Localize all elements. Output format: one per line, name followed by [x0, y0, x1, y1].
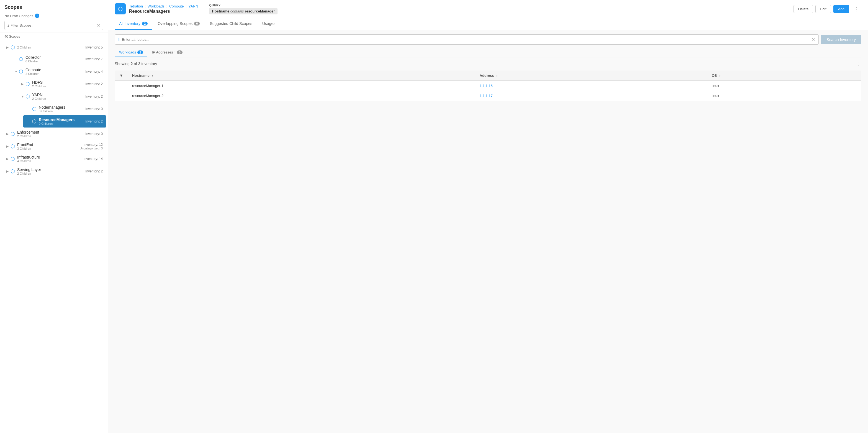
scope-item-enforcement[interactable]: ▶ ⬡ Enforcement 2 Children Inventory: 0	[2, 128, 106, 140]
chevron-right-icon[interactable]: ▶	[6, 169, 10, 173]
scope-children: 2 Children	[26, 72, 83, 76]
chevron-right-icon[interactable]: ▶	[6, 46, 10, 49]
header-left: ⬡ Tetration : Workloads : Compute : YARN…	[115, 3, 278, 15]
search-clear-button[interactable]: ✕	[811, 37, 815, 42]
scope-inventory: Inventory: 12 Uncategorized: 3	[80, 143, 103, 150]
header-actions: Delete Edit Add ⋮	[794, 4, 861, 13]
scope-children: 2 Children	[32, 85, 83, 88]
scope-children: 0 Children	[39, 122, 83, 125]
row2-address[interactable]: 1.1.1.17	[475, 91, 707, 101]
chevron-right-icon[interactable]: ▶	[21, 82, 26, 86]
scope-cube-icon: ⬡	[26, 81, 30, 87]
breadcrumb-tetration[interactable]: Tetration	[129, 4, 143, 8]
row1-os: linux	[707, 81, 861, 91]
search-inventory-button[interactable]: Search Inventory	[821, 35, 861, 45]
scope-cube-icon: ⬡	[10, 131, 15, 137]
add-button[interactable]: Add	[833, 5, 849, 13]
row1-address[interactable]: 1.1.1.16	[475, 81, 707, 91]
scope-children: 4 Children	[17, 160, 82, 163]
scope-cube-icon: ⬡	[19, 68, 23, 75]
query-value: resourceManager	[245, 9, 275, 13]
query-label: Query	[209, 4, 220, 7]
sub-tab-ip-addresses[interactable]: IP Addresses ℹ 0	[147, 48, 187, 57]
scope-title-section: Tetration : Workloads : Compute : YARN R…	[129, 4, 198, 14]
scope-children: 2 Children	[17, 172, 83, 175]
scope-item-yarn[interactable]: ▼ ⬡ YARN 2 Children Inventory: 2	[17, 90, 106, 103]
chevron-right-icon[interactable]: ▶	[6, 132, 10, 136]
table-row: resourceManager-2 1.1.1.17 linux	[115, 91, 861, 101]
hostname-label: Hostname	[132, 74, 150, 78]
row2-filter-cell	[115, 91, 128, 101]
scope-item-compute[interactable]: ▼ ⬡ Compute 2 Children Inventory: 4	[10, 65, 106, 78]
breadcrumb-yarn[interactable]: YARN	[188, 4, 198, 8]
chevron-down-icon[interactable]: ▼	[14, 69, 19, 74]
edit-button[interactable]: Edit	[815, 5, 831, 13]
search-input-wrap: ℹ ✕	[115, 34, 819, 45]
scope-cube-icon: ⬡	[19, 56, 23, 62]
scope-children: 0 Children	[39, 110, 83, 113]
scope-count: 40 Scopes	[0, 32, 108, 41]
scope-name: Compute	[26, 68, 83, 72]
hostname-column-header[interactable]: Hostname ↑	[128, 70, 475, 81]
sub-tab-workloads[interactable]: Workloads 2	[115, 48, 147, 57]
tab-all-inventory-badge: 2	[142, 22, 148, 26]
tab-all-inventory[interactable]: All Inventory 2	[115, 18, 152, 30]
scope-inventory: Inventory: 2	[85, 82, 103, 86]
row1-filter-cell	[115, 81, 128, 91]
tab-overlapping-scopes-badge: 0	[194, 22, 200, 26]
address-column-header[interactable]: Address ↕	[475, 70, 707, 81]
chevron-right-icon[interactable]: ▶	[6, 157, 10, 161]
inventory-content: ℹ ✕ Search Inventory Workloads 2 IP Addr…	[108, 30, 868, 433]
scope-uncategorized: Uncategorized: 3	[80, 147, 103, 150]
scope-item-resourcemanagers[interactable]: ▶ ⬡ ResourceManagers 0 Children Inventor…	[23, 115, 106, 127]
scope-info: 2 Children	[17, 46, 83, 49]
scope-item-infrastructure[interactable]: ▶ ⬡ Infrastructure 4 Children Inventory:…	[2, 153, 106, 165]
scope-children: 2 Children	[17, 135, 83, 138]
filter-column-header[interactable]: ▼	[115, 70, 128, 81]
filter-clear-icon[interactable]: ✕	[97, 23, 100, 28]
scope-inventory: Inventory: 2	[85, 169, 103, 173]
main-tabs-bar: All Inventory 2 Overlapping Scopes 0 Sug…	[108, 18, 868, 30]
search-input[interactable]	[122, 37, 811, 41]
breadcrumb-workloads[interactable]: Workloads	[148, 4, 164, 8]
scope-children: 2 Children	[32, 97, 83, 100]
page-title: ResourceManagers	[129, 9, 198, 14]
delete-button[interactable]: Delete	[794, 5, 813, 13]
scope-inventory: Inventory: 14	[84, 157, 103, 161]
search-row: ℹ ✕ Search Inventory	[115, 34, 861, 45]
tab-usages[interactable]: Usages	[258, 18, 280, 30]
scope-item-frontend[interactable]: ▶ ⬡ FrontEnd 3 Children Inventory: 12 Un…	[2, 140, 106, 152]
os-column-header[interactable]: OS ↕	[707, 70, 861, 81]
scope-cube-icon: ⬡	[10, 45, 15, 51]
inventory-table: ▼ Hostname ↑ Address ↕ OS ↕	[115, 70, 861, 101]
chevron-down-icon[interactable]: ▼	[21, 94, 26, 98]
scope-inventory: Inventory: 2	[85, 94, 103, 98]
scope-item-collector[interactable]: ▶ ⬡ Collector 0 Children Inventory: 7	[10, 53, 106, 65]
scope-item-nodemanagers[interactable]: ▶ ⬡ Nodemanagers 0 Children Inventory: 0	[23, 103, 106, 115]
sidebar-title: Scopes	[4, 4, 103, 10]
breadcrumb-compute[interactable]: Compute	[169, 4, 184, 8]
scope-inventory: Inventory: 0	[85, 107, 103, 111]
scope-item-root[interactable]: ▶ ⬡ 2 Children Inventory: 5	[2, 42, 106, 53]
tab-overlapping-scopes-label: Overlapping Scopes	[158, 21, 192, 26]
scope-children: 2 Children	[17, 46, 83, 49]
no-draft-info-icon[interactable]: i	[35, 13, 39, 18]
scope-cube-icon: ⬡	[10, 156, 15, 162]
scope-item-servinglayer[interactable]: ▶ ⬡ Serving Layer 2 Children Inventory: …	[2, 165, 106, 177]
more-options-button[interactable]: ⋮	[851, 4, 861, 13]
table-more-options-button[interactable]: ⋮	[856, 61, 861, 67]
scope-inventory: Inventory: 7	[85, 57, 103, 61]
chevron-right-icon[interactable]: ▶	[6, 144, 10, 148]
filter-scopes-input[interactable]	[10, 23, 97, 27]
scope-children: 0 Children	[26, 60, 83, 63]
scope-item-hdfs[interactable]: ▶ ⬡ HDFS 2 Children Inventory: 2	[17, 78, 106, 90]
scope-info: Serving Layer 2 Children	[17, 168, 83, 175]
hostname-sort-icon: ↑	[152, 74, 153, 77]
sub-tab-workloads-label: Workloads	[119, 50, 136, 54]
query-operator: contains	[230, 9, 244, 13]
scope-info: Compute 2 Children	[26, 68, 83, 76]
scope-name: Collector	[26, 55, 83, 60]
tab-overlapping-scopes[interactable]: Overlapping Scopes 0	[153, 18, 204, 30]
table-row: resourceManager-1 1.1.1.16 linux	[115, 81, 861, 91]
tab-suggested-child-scopes[interactable]: Suggested Child Scopes	[205, 18, 256, 30]
